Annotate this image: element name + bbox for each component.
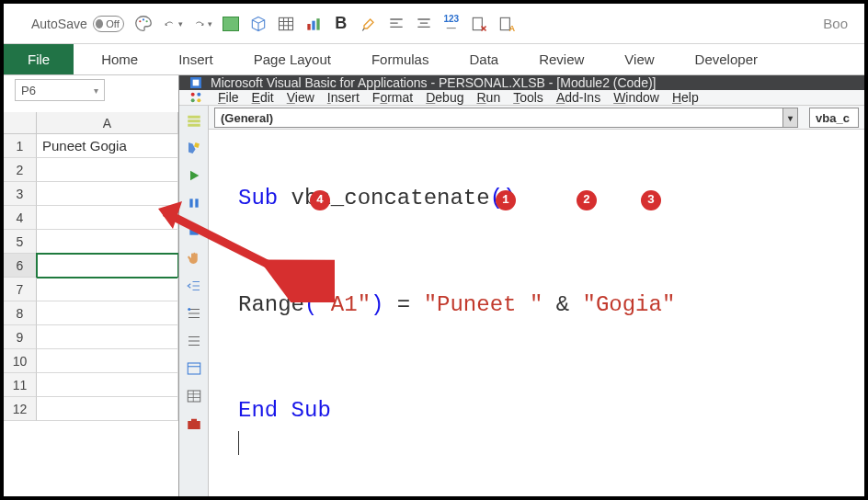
cell[interactable] — [37, 373, 178, 397]
row-header[interactable]: 4 — [4, 206, 37, 230]
vbe-menu-tools[interactable]: Tools — [513, 90, 543, 105]
code-editor[interactable]: Sub vba_concatenate() Range("A1") = "Pun… — [209, 130, 864, 496]
cell[interactable] — [37, 301, 178, 325]
svg-point-0 — [139, 20, 141, 22]
cell[interactable] — [37, 325, 178, 349]
vbe-menu-help[interactable]: Help — [672, 90, 699, 105]
row-header[interactable]: 7 — [4, 278, 37, 301]
tab-review[interactable]: Review — [519, 44, 604, 74]
number-format-icon[interactable]: 123— — [442, 15, 461, 33]
cell[interactable] — [37, 158, 178, 182]
bold-button[interactable]: B — [332, 15, 350, 33]
vbe-menu-view[interactable]: View — [287, 90, 314, 105]
procedure-combo[interactable]: vba_c — [809, 108, 859, 128]
comment-icon[interactable] — [185, 332, 203, 350]
cell[interactable] — [37, 254, 178, 278]
grid-row[interactable]: 7 — [4, 278, 178, 301]
grid-row[interactable]: 3 — [4, 182, 178, 206]
cell[interactable] — [37, 206, 178, 230]
break-icon[interactable] — [185, 194, 203, 212]
vbe-menu-addins[interactable]: Add-Ins — [556, 90, 600, 105]
autosave-switch[interactable]: Off — [93, 16, 124, 32]
tab-page-layout[interactable]: Page Layout — [234, 44, 351, 74]
grid-row[interactable]: 9 — [4, 325, 178, 349]
palette-icon[interactable] — [133, 14, 154, 34]
hand-icon[interactable] — [185, 249, 203, 267]
chart-icon[interactable] — [304, 15, 323, 33]
tab-insert[interactable]: Insert — [158, 44, 234, 74]
align-left-icon[interactable] — [387, 15, 405, 33]
row-header[interactable]: 6 — [4, 254, 37, 278]
redo-button[interactable]: ▾ — [192, 14, 212, 34]
row-header[interactable]: 3 — [4, 182, 37, 206]
project-explorer-icon[interactable] — [185, 359, 203, 378]
standard-toolbar-icon[interactable] — [185, 111, 203, 130]
align-center-icon[interactable] — [415, 15, 433, 33]
row-header[interactable]: 2 — [4, 158, 37, 182]
vbe-menu-format[interactable]: Format — [372, 90, 413, 105]
row-header[interactable]: 11 — [4, 373, 37, 397]
worksheet-grid[interactable]: A 1Puneet Gogia23456789101112 — [4, 112, 178, 496]
properties-icon[interactable] — [185, 387, 203, 405]
vbe-toolbar — [179, 106, 209, 496]
select-all-corner[interactable] — [4, 112, 37, 133]
vbe-menu-debug[interactable]: Debug — [426, 90, 463, 105]
tab-home[interactable]: Home — [81, 44, 158, 74]
grid-row[interactable]: 11 — [4, 373, 178, 397]
cell[interactable] — [37, 230, 178, 254]
grid-row[interactable]: 1Puneet Gogia — [4, 134, 178, 158]
vbe-mdi-icon[interactable] — [188, 90, 203, 105]
vbe-menu-file[interactable]: File — [218, 90, 239, 105]
grid-row[interactable]: 6 — [4, 254, 178, 278]
grid-row[interactable]: 2 — [4, 158, 178, 182]
svg-text:A: A — [508, 23, 515, 32]
bookmark-icon[interactable] — [185, 304, 203, 323]
autosave-toggle[interactable]: AutoSave Off — [31, 16, 124, 32]
row-header[interactable]: 8 — [4, 301, 37, 325]
toggle-dot-icon — [96, 19, 104, 28]
code-range-fn: Range — [238, 292, 304, 317]
grid-row[interactable]: 12 — [4, 397, 178, 421]
cell[interactable] — [37, 278, 178, 301]
row-header[interactable]: 5 — [4, 230, 37, 254]
cell[interactable]: Puneet Gogia — [37, 134, 178, 158]
tab-file[interactable]: File — [4, 44, 74, 74]
vbe-menu-window[interactable]: Window — [613, 90, 659, 105]
grid-row[interactable]: 8 — [4, 301, 178, 325]
svg-rect-23 — [188, 363, 200, 374]
row-header[interactable]: 1 — [4, 134, 37, 158]
undo-button[interactable]: ▾ — [163, 14, 183, 34]
grid-row[interactable]: 10 — [4, 349, 178, 373]
format-painter-icon[interactable] — [360, 15, 378, 33]
vbe-titlebar[interactable]: Microsoft Visual Basic for Applications … — [179, 75, 864, 90]
reset-icon[interactable] — [185, 222, 203, 240]
table-icon[interactable] — [277, 15, 295, 33]
row-header[interactable]: 9 — [4, 325, 37, 349]
toolbox-icon[interactable] — [185, 415, 203, 433]
delete-sheet-icon[interactable] — [470, 15, 488, 33]
object-combo[interactable]: (General) ▾ — [214, 108, 798, 128]
design-mode-icon[interactable] — [185, 139, 203, 157]
run-macro-icon[interactable] — [185, 166, 203, 185]
column-header-a[interactable]: A — [37, 112, 178, 133]
grid-row[interactable]: 5 — [4, 230, 178, 254]
cell[interactable] — [37, 182, 178, 206]
vbe-menu-run[interactable]: Run — [476, 90, 500, 105]
tab-developer[interactable]: Developer — [675, 44, 778, 74]
tab-formulas[interactable]: Formulas — [351, 44, 450, 74]
tab-data[interactable]: Data — [449, 44, 519, 74]
name-box[interactable]: P6 ▾ — [15, 79, 105, 101]
row-header[interactable]: 12 — [4, 397, 37, 421]
fill-color-icon[interactable] — [222, 15, 240, 33]
row-header[interactable]: 10 — [4, 349, 37, 373]
grid-row[interactable]: 4 — [4, 206, 178, 230]
vbe-menu-insert[interactable]: Insert — [327, 90, 360, 105]
text-format-icon[interactable]: A — [497, 15, 516, 33]
tab-view[interactable]: View — [604, 44, 674, 74]
vbe-menu-edit[interactable]: Edit — [252, 90, 274, 105]
3d-model-icon[interactable] — [249, 15, 268, 33]
cell[interactable] — [37, 349, 178, 373]
outdent-icon[interactable] — [185, 277, 203, 295]
cell[interactable] — [37, 397, 178, 421]
ribbon-tabs: File Home Insert Page Layout Formulas Da… — [4, 44, 864, 75]
